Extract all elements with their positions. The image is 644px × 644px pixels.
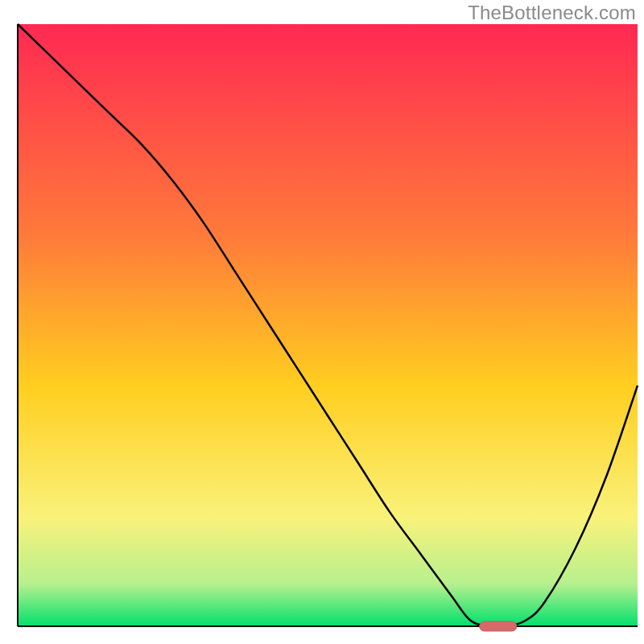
optimal-marker: [480, 621, 517, 631]
chart-svg: [0, 0, 644, 644]
chart-stage: TheBottleneck.com: [0, 0, 644, 644]
